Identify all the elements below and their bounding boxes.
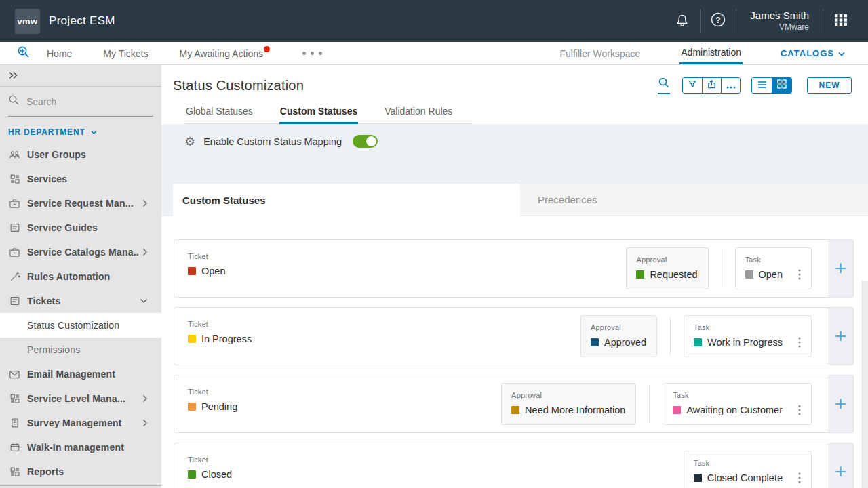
approval-status-name: Need More Information bbox=[525, 405, 625, 415]
app-launcher-button[interactable] bbox=[823, 0, 859, 42]
status-color-swatch bbox=[694, 338, 702, 346]
sidebar-item-services[interactable]: Services bbox=[0, 167, 161, 191]
status-mapping-row: Ticket Pending Approval Need More Inform… bbox=[174, 375, 854, 433]
export-button[interactable] bbox=[702, 78, 721, 93]
chevron-right-icon bbox=[142, 419, 148, 427]
ellipsis-icon bbox=[302, 52, 306, 55]
nav-administration[interactable]: Administration bbox=[679, 42, 743, 64]
task-status-name: Open bbox=[759, 269, 783, 280]
app-header: vmw Project ESM ? bbox=[0, 0, 868, 42]
nav-overflow-button[interactable] bbox=[302, 42, 322, 64]
approval-status-card[interactable]: Approval Approved bbox=[580, 315, 657, 357]
task-status-name: Closed Complete bbox=[707, 472, 783, 483]
search-button[interactable] bbox=[658, 77, 670, 94]
plus-icon: + bbox=[835, 464, 847, 480]
mapping-toggle[interactable] bbox=[353, 135, 378, 148]
grid-icon bbox=[8, 392, 21, 405]
task-status-card[interactable]: Task Work in Progress bbox=[684, 315, 812, 357]
task-status-card[interactable]: Task Awaiting on Customer bbox=[663, 383, 812, 425]
user-menu[interactable]: James Smith VMware bbox=[736, 9, 823, 33]
tab-validation-rules[interactable]: Validation Rules bbox=[384, 102, 453, 124]
nav-item-my-awaiting-actions[interactable]: My Awaiting Actions bbox=[178, 42, 264, 64]
task-status-name: Awaiting on Customer bbox=[686, 405, 783, 415]
kebab-menu-icon[interactable] bbox=[798, 337, 801, 348]
card-view-button[interactable] bbox=[772, 78, 791, 93]
nav-catalogs-dropdown[interactable]: CATALOGS bbox=[781, 42, 845, 64]
new-button[interactable]: NEW bbox=[807, 77, 852, 94]
sidebar-item-status-customization[interactable]: Status Customization bbox=[0, 313, 161, 338]
status-color-swatch bbox=[745, 270, 753, 279]
custom-statuses-list: Ticket Open Approval Requested bbox=[161, 216, 868, 488]
zoom-in-button[interactable] bbox=[16, 42, 31, 64]
task-status-card[interactable]: Task Open bbox=[735, 247, 812, 289]
task-status-name: Work in Progress bbox=[707, 337, 783, 348]
svg-text:?: ? bbox=[716, 16, 721, 25]
double-chevron-icon bbox=[8, 70, 18, 82]
card-tab-custom-statuses[interactable]: Custom Statuses bbox=[173, 184, 520, 216]
search-input[interactable] bbox=[26, 96, 142, 107]
approval-status-card[interactable]: Approval Need More Information bbox=[501, 383, 636, 425]
sidebar-item-service-catalogs-management[interactable]: Service Catalogs Mana.. bbox=[0, 240, 161, 264]
nav-fulfiller-workspace[interactable]: Fulfiller Workspace bbox=[560, 42, 641, 64]
tab-global-statuses[interactable]: Global Statuses bbox=[185, 102, 254, 124]
add-status-button[interactable]: + bbox=[828, 443, 853, 488]
help-button[interactable]: ? bbox=[701, 0, 736, 42]
kebab-menu-icon[interactable] bbox=[798, 405, 801, 415]
sidebar-item-walk-in-management[interactable]: Walk-In management bbox=[0, 435, 161, 460]
ticket-status-name: Closed bbox=[201, 469, 232, 480]
filter-button[interactable] bbox=[683, 78, 702, 93]
notification-badge bbox=[264, 46, 270, 52]
tab-custom-statuses[interactable]: Custom Statuses bbox=[279, 102, 358, 124]
help-icon: ? bbox=[709, 11, 727, 31]
sidebar-item-survey-management[interactable]: Survey Management bbox=[0, 411, 161, 435]
zoom-in-icon bbox=[16, 45, 31, 62]
sidebar-section-hr-department[interactable]: HR DEPARTMENT bbox=[0, 117, 161, 142]
sidebar-collapse-button[interactable] bbox=[0, 65, 161, 87]
notifications-button[interactable] bbox=[665, 0, 700, 42]
approval-status-name: Requested bbox=[650, 269, 697, 280]
plus-icon: + bbox=[835, 328, 847, 344]
sidebar-item-rules-automation[interactable]: Rules Automation bbox=[0, 264, 161, 289]
more-actions-button[interactable] bbox=[721, 78, 740, 93]
sidebar-item-service-guides[interactable]: Service Guides bbox=[0, 216, 161, 240]
document-icon bbox=[8, 295, 21, 307]
vertical-scrollbar[interactable] bbox=[862, 281, 868, 488]
plus-icon: + bbox=[835, 396, 847, 412]
status-color-swatch bbox=[673, 406, 681, 414]
card-tabs: Custom Statuses Precedences bbox=[161, 184, 868, 216]
approval-status-card[interactable]: Approval Requested bbox=[626, 247, 708, 289]
add-status-button[interactable]: + bbox=[828, 375, 853, 432]
document-icon bbox=[8, 222, 21, 234]
gear-icon: ⚙ bbox=[184, 136, 195, 148]
sidebar-item-email-management[interactable]: Email Management bbox=[0, 362, 161, 386]
app-title: Project ESM bbox=[49, 14, 115, 28]
sidebar-divider bbox=[0, 485, 161, 486]
user-name: James Smith bbox=[750, 9, 809, 22]
list-view-button[interactable] bbox=[752, 78, 772, 93]
sidebar-item-permissions[interactable]: Permissions bbox=[0, 338, 161, 362]
sidebar-item-user-groups[interactable]: User Groups bbox=[0, 142, 161, 167]
card-tab-precedences[interactable]: Precedences bbox=[520, 184, 868, 216]
kebab-menu-icon[interactable] bbox=[798, 472, 801, 483]
status-color-swatch bbox=[636, 270, 644, 279]
nav-item-home[interactable]: Home bbox=[45, 42, 73, 64]
sidebar-item-service-request-management[interactable]: Service Request Man... bbox=[0, 191, 161, 216]
add-status-button[interactable]: + bbox=[828, 308, 853, 365]
search-icon bbox=[8, 94, 20, 108]
sidebar-item-tickets[interactable]: Tickets bbox=[0, 289, 161, 313]
toolbar: NEW bbox=[658, 77, 852, 94]
wand-icon bbox=[8, 270, 21, 283]
sidebar-item-reports[interactable]: Reports bbox=[0, 460, 161, 484]
status-color-swatch bbox=[188, 403, 196, 411]
add-status-button[interactable]: + bbox=[828, 240, 853, 297]
task-status-card[interactable]: Task Closed Complete bbox=[684, 451, 812, 488]
status-color-swatch bbox=[188, 267, 196, 275]
chevron-right-icon bbox=[142, 394, 148, 403]
kebab-menu-icon[interactable] bbox=[798, 269, 801, 280]
card-view-icon bbox=[777, 79, 787, 92]
sidebar-item-service-level-management[interactable]: Service Level Mana... bbox=[0, 386, 161, 411]
chevron-right-icon bbox=[142, 248, 148, 256]
status-mapping-row: Ticket In Progress Approval Approved bbox=[174, 307, 854, 365]
nav-item-my-tickets[interactable]: My Tickets bbox=[102, 42, 149, 64]
approval-status-name: Approved bbox=[604, 337, 646, 348]
